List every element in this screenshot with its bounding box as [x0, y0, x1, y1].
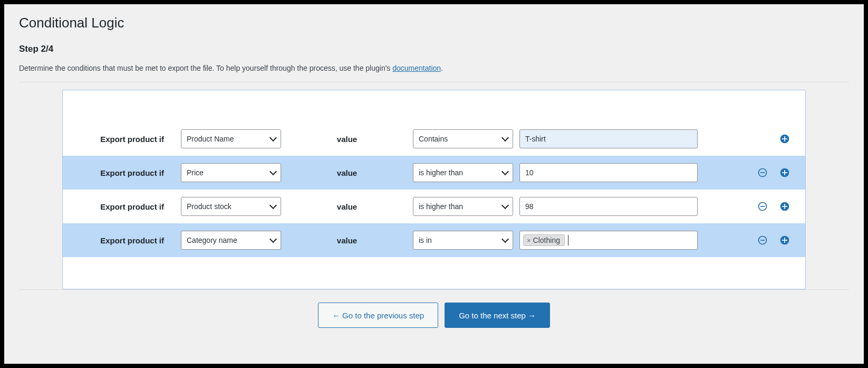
- value-tag-input[interactable]: ×Clothing: [519, 231, 698, 250]
- description-suffix: .: [441, 64, 443, 72]
- field-select[interactable]: Product Name: [181, 129, 281, 148]
- condition-prefix-label: Export product if: [75, 202, 181, 211]
- value-input[interactable]: [519, 163, 698, 182]
- value-label: value: [281, 135, 413, 144]
- field-select[interactable]: Product stock: [181, 197, 281, 216]
- add-condition-icon[interactable]: [779, 167, 790, 178]
- add-condition-icon[interactable]: [779, 201, 790, 212]
- condition-row: Export product ifCategory namevalueis in…: [63, 223, 805, 257]
- text-cursor: [568, 235, 568, 246]
- remove-condition-icon[interactable]: [757, 234, 768, 246]
- operator-select[interactable]: Contains: [413, 129, 513, 148]
- documentation-link[interactable]: documentation: [392, 64, 441, 72]
- next-step-button[interactable]: Go to the next step →: [445, 303, 550, 328]
- add-condition-icon[interactable]: [779, 234, 790, 246]
- svg-rect-12: [782, 206, 787, 207]
- header-divider: [19, 82, 849, 82]
- condition-prefix-label: Export product if: [75, 236, 181, 245]
- operator-select[interactable]: is higher than: [413, 163, 513, 182]
- field-select[interactable]: Price: [181, 163, 281, 182]
- condition-row: Export product ifPricevalueis higher tha…: [63, 156, 805, 190]
- add-condition-icon[interactable]: [779, 133, 790, 145]
- svg-rect-2: [782, 138, 787, 139]
- condition-prefix-label: Export product if: [75, 135, 181, 144]
- operator-select[interactable]: is higher than: [413, 197, 513, 216]
- value-input[interactable]: [519, 197, 698, 216]
- value-label: value: [281, 168, 413, 177]
- tag-remove-icon[interactable]: ×: [526, 237, 532, 244]
- conditions-panel: Export product ifProduct NamevalueContai…: [62, 90, 806, 289]
- svg-rect-17: [782, 240, 787, 241]
- value-label: value: [281, 202, 413, 211]
- value-input[interactable]: [519, 129, 698, 148]
- footer-buttons: ← Go to the previous step Go to the next…: [19, 303, 849, 328]
- remove-condition-icon[interactable]: [757, 167, 768, 178]
- condition-row: Export product ifProduct stockvalueis hi…: [63, 190, 805, 223]
- value-label: value: [281, 236, 413, 245]
- page-description: Determine the conditions that must be me…: [19, 64, 849, 72]
- footer-divider: [19, 289, 849, 290]
- field-select[interactable]: Category name: [181, 231, 281, 250]
- step-indicator: Step 2/4: [19, 44, 849, 54]
- condition-row: Export product ifProduct NamevalueContai…: [63, 122, 805, 156]
- operator-select[interactable]: is in: [413, 231, 513, 250]
- tag-text: Clothing: [533, 236, 560, 244]
- svg-rect-7: [782, 172, 787, 173]
- condition-prefix-label: Export product if: [75, 168, 181, 177]
- page-title: Conditional Logic: [19, 15, 849, 31]
- previous-step-button[interactable]: ← Go to the previous step: [318, 303, 438, 328]
- description-text: Determine the conditions that must be me…: [19, 64, 392, 72]
- remove-condition-icon[interactable]: [757, 201, 768, 212]
- value-tag: ×Clothing: [523, 234, 565, 246]
